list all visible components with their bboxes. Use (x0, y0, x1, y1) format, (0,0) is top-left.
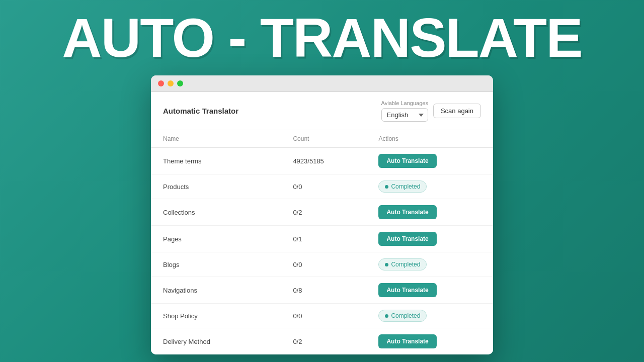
column-header-name: Name (151, 130, 281, 148)
table-header-row: Name Count Actions (151, 130, 493, 148)
completed-label: Completed (391, 183, 420, 190)
row-count: 0/0 (281, 174, 366, 199)
row-action: Completed (366, 304, 493, 328)
row-name: Products (151, 174, 281, 199)
completed-badge: Completed (378, 180, 427, 193)
language-select[interactable]: English French German Spanish Japanese (381, 108, 428, 122)
table-row: Navigations0/8Auto Translate (151, 277, 493, 304)
table-row: Shop Policy0/0Completed (151, 304, 493, 328)
row-count: 0/0 (281, 252, 366, 277)
completed-label: Completed (391, 312, 420, 319)
hero-title: Auto - Translate (62, 10, 582, 65)
row-count: 0/2 (281, 328, 366, 355)
minimize-dot[interactable] (168, 80, 174, 86)
row-action: Auto Translate (366, 277, 493, 304)
table-row: Delivery Method0/2Auto Translate (151, 328, 493, 355)
table-row: Theme terms4923/5185Auto Translate (151, 148, 493, 174)
row-action: Auto Translate (366, 328, 493, 355)
titlebar (151, 75, 493, 92)
row-action: Completed (366, 174, 493, 199)
row-name: Collections (151, 199, 281, 226)
auto-translate-button[interactable]: Auto Translate (378, 205, 436, 219)
auto-translate-button[interactable]: Auto Translate (378, 334, 436, 348)
row-count: 0/2 (281, 199, 366, 226)
row-action: Completed (366, 252, 493, 277)
completed-label: Completed (391, 261, 420, 268)
row-action: Auto Translate (366, 148, 493, 174)
row-action: Auto Translate (366, 199, 493, 226)
translation-table: Name Count Actions Theme terms4923/5185A… (151, 130, 493, 354)
row-name: Pages (151, 226, 281, 252)
row-name: Delivery Method (151, 328, 281, 355)
completed-badge: Completed (378, 258, 427, 270)
app-window: Automatic Translator Aviable Languages E… (151, 75, 493, 354)
scan-again-button[interactable]: Scan again (433, 104, 481, 118)
row-count: 0/8 (281, 277, 366, 304)
column-header-actions: Actions (366, 130, 493, 148)
table-row: Collections0/2Auto Translate (151, 199, 493, 226)
app-header: Automatic Translator Aviable Languages E… (151, 92, 493, 130)
table-row: Pages0/1Auto Translate (151, 226, 493, 252)
row-count: 0/0 (281, 304, 366, 328)
table-row: Products0/0Completed (151, 174, 493, 199)
auto-translate-button[interactable]: Auto Translate (378, 283, 436, 297)
row-name: Shop Policy (151, 304, 281, 328)
completed-dot-icon (385, 263, 388, 266)
row-action: Auto Translate (366, 226, 493, 252)
language-selector-wrap: Aviable Languages English French German … (381, 100, 428, 122)
row-name: Navigations (151, 277, 281, 304)
close-dot[interactable] (158, 80, 164, 86)
completed-badge: Completed (378, 310, 427, 322)
app-title: Automatic Translator (163, 107, 238, 115)
available-languages-label: Aviable Languages (381, 100, 428, 106)
completed-dot-icon (385, 185, 388, 189)
auto-translate-button[interactable]: Auto Translate (378, 154, 436, 168)
header-right: Aviable Languages English French German … (381, 100, 481, 122)
row-name: Theme terms (151, 148, 281, 174)
row-count: 4923/5185 (281, 148, 366, 174)
maximize-dot[interactable] (177, 80, 183, 86)
completed-dot-icon (385, 314, 388, 318)
table-row: Blogs0/0Completed (151, 252, 493, 277)
auto-translate-button[interactable]: Auto Translate (378, 232, 436, 246)
row-count: 0/1 (281, 226, 366, 252)
row-name: Blogs (151, 252, 281, 277)
column-header-count: Count (281, 130, 366, 148)
